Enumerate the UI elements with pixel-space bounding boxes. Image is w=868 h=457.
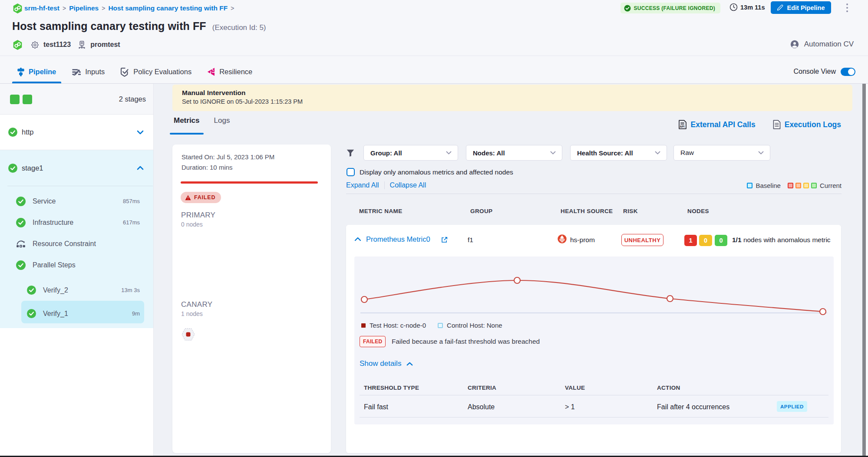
- value-value: > 1: [565, 403, 575, 411]
- icon-graphic: [16, 260, 26, 270]
- healthy-node-chip: 0: [715, 235, 727, 246]
- sidebar-stage1-section: stage1 Service 857ms Infrastructure 6: [0, 150, 153, 328]
- current-yellow-swatch: [803, 183, 809, 188]
- page-title: Host sampling canary testing with FF: [12, 20, 206, 33]
- console-view-toggle[interactable]: [841, 68, 855, 76]
- metrics-logs-tabs: Metrics Logs: [174, 116, 230, 131]
- view-mode-select[interactable]: Raw: [673, 145, 770, 161]
- checkbox-unchecked[interactable]: [347, 168, 355, 176]
- sidebar-stage-stage1[interactable]: stage1: [0, 150, 153, 186]
- anomalous-count-text: nodes with anomalous metric: [743, 236, 831, 243]
- project-logo-icon: [13, 3, 22, 13]
- risk-badge: UNHEALTHY: [621, 234, 663, 246]
- icon-graphic: [137, 166, 144, 170]
- environment-name[interactable]: promtest: [90, 41, 120, 49]
- chevron-up-icon: [406, 362, 413, 366]
- breadcrumb-pipeline-name[interactable]: Host sampling canary testing with FF: [108, 4, 228, 12]
- health-source-filter-dropdown[interactable]: Health Source: All: [570, 145, 667, 161]
- primary-group: PRIMARY 0 nodes: [181, 211, 215, 228]
- step-service[interactable]: Service 857ms: [0, 191, 153, 212]
- chevron-up-icon[interactable]: [137, 166, 144, 170]
- icon-graphic: [31, 41, 39, 49]
- sidebar-stage-http[interactable]: http: [0, 115, 153, 150]
- tab-inputs[interactable]: Inputs: [66, 60, 110, 83]
- group-filter-value: Group: All: [370, 149, 402, 157]
- icon-graphic: [8, 128, 17, 137]
- verification-summary-card: Started On: Jul 5, 2023 1:06 PM Duration…: [172, 145, 331, 453]
- tab-metrics[interactable]: Metrics: [174, 116, 200, 131]
- check-circle-icon: [27, 286, 36, 295]
- icon-graphic: [78, 41, 86, 49]
- tab-pipeline[interactable]: Pipeline: [12, 60, 61, 83]
- pipeline-meta: test1123 promtest: [13, 39, 120, 50]
- links-separator: [384, 181, 385, 189]
- document-icon: [773, 120, 781, 129]
- tab-logs[interactable]: Logs: [214, 116, 230, 131]
- breadcrumb-separator: >: [102, 5, 105, 12]
- step-parallel-steps[interactable]: Parallel Steps: [0, 254, 153, 276]
- expand-all-link[interactable]: Expand All: [346, 181, 379, 189]
- external-api-calls-link[interactable]: API External API Calls: [678, 120, 756, 129]
- step-verify-2[interactable]: Verify_2 13m 3s: [0, 279, 153, 301]
- step-infrastructure[interactable]: Infrastructure 617ms: [0, 212, 153, 233]
- current-green-swatch: [811, 183, 817, 188]
- step-verify-1[interactable]: Verify_1 9m: [0, 303, 153, 324]
- execution-logs-link[interactable]: Execution Logs: [773, 120, 841, 129]
- manual-intervention-banner: Manual Intervention Set to IGNORE on 05-…: [172, 85, 852, 111]
- shield-check-icon: [120, 67, 129, 77]
- icon-graphic: [182, 328, 195, 341]
- chevron-down-icon[interactable]: [137, 130, 144, 135]
- step-resource-constraint[interactable]: Resource Constraint: [0, 233, 153, 254]
- check-circle-icon: [8, 128, 17, 137]
- console-view-control: Console View: [793, 59, 855, 84]
- breadcrumb-pipelines[interactable]: Pipelines: [69, 4, 99, 12]
- kebab-dot: [846, 7, 848, 9]
- chevron-down-icon: [655, 151, 660, 155]
- execution-id: (Execution Id: 5): [212, 23, 266, 32]
- group-filter-dropdown[interactable]: Group: All: [363, 145, 458, 161]
- stage-square-success: [23, 95, 32, 104]
- banner-subtitle: Set to IGNORE on 05-Jul-2023 1:15:23 PM: [182, 98, 852, 105]
- icon-graphic: [13, 40, 22, 50]
- external-link-icon[interactable]: [441, 237, 448, 243]
- action-value: Fail after 4 occurrences: [657, 403, 729, 411]
- step-label: Parallel Steps: [33, 261, 76, 269]
- scrollbar-thumb[interactable]: [862, 84, 866, 456]
- collapse-chevron-icon[interactable]: [354, 237, 361, 241]
- warning-node-chip: 0: [699, 235, 712, 246]
- collapse-all-link[interactable]: Collapse All: [390, 181, 426, 189]
- metric-failed-badge: FAILED: [360, 336, 386, 347]
- step-label: Infrastructure: [33, 219, 73, 227]
- breadcrumb-project[interactable]: srm-hf-test: [24, 4, 59, 12]
- success-check-icon: [624, 5, 631, 12]
- icon-graphic: [13, 3, 22, 13]
- chart-series-legend: Test Host: c-node-0 Control Host: None: [361, 322, 502, 329]
- nodes-filter-dropdown[interactable]: Nodes: All: [466, 145, 562, 161]
- show-details-link[interactable]: Show details: [360, 359, 413, 368]
- threshold-type-value: Fail fast: [364, 403, 388, 411]
- breadcrumb: srm-hf-test > Pipelines > Host sampling …: [13, 3, 234, 13]
- elapsed-label: 13m 11s: [740, 4, 765, 11]
- user-name: Automation CV: [804, 40, 854, 49]
- metric-chart-panel: Test Host: c-node-0 Control Host: None F…: [354, 256, 834, 424]
- metric-name-link[interactable]: Prometheus Metric0: [366, 235, 430, 243]
- user-account[interactable]: Automation CV: [790, 40, 854, 49]
- service-gear-icon: [31, 41, 39, 49]
- breadcrumb-separator: >: [63, 5, 66, 12]
- checkbox-label: Display only anomalous metrics and affec…: [360, 168, 513, 176]
- inputs-icon: [72, 68, 81, 76]
- service-name[interactable]: test1123: [43, 41, 71, 49]
- anomalous-filter-checkbox-row[interactable]: Display only anomalous metrics and affec…: [347, 168, 513, 176]
- more-options-button[interactable]: [844, 2, 850, 14]
- criteria-value: Absolute: [468, 403, 495, 411]
- tab-policy-evaluations[interactable]: Policy Evaluations: [115, 60, 197, 83]
- edit-pipeline-button[interactable]: Edit Pipeline: [771, 1, 831, 14]
- app-root: srm-hf-test > Pipelines > Host sampling …: [0, 0, 868, 457]
- duration: Duration: 10 mins: [182, 162, 274, 173]
- canary-node-hexagon[interactable]: [182, 328, 195, 341]
- tab-resilience[interactable]: Resilience: [202, 60, 257, 83]
- chevron-down-icon: [758, 151, 764, 155]
- step-label: Resource Constraint: [33, 240, 96, 248]
- svg-text:API: API: [680, 125, 684, 128]
- stages-summary: 2 stages: [0, 84, 153, 115]
